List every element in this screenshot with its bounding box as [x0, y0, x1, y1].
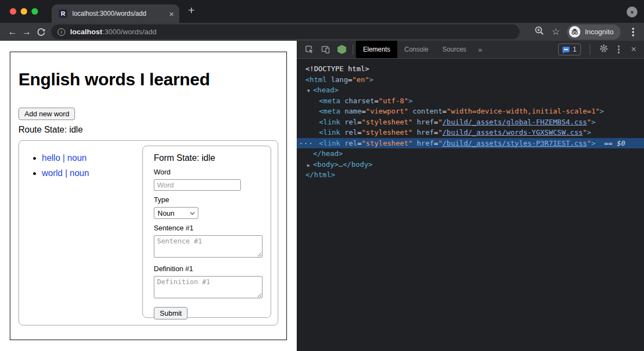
word-list: hello | noun world | noun — [19, 153, 89, 325]
type-label: Type — [154, 196, 263, 204]
submit-button[interactable]: Submit — [154, 307, 187, 319]
remix-favicon-icon: R — [59, 9, 67, 18]
devtools-right-controls: 1 × — [558, 43, 644, 55]
devtools-dom-node[interactable]: </head> — [297, 148, 644, 159]
site-info-icon[interactable]: i — [58, 28, 65, 36]
web-page: English words I learned Add new word Rou… — [0, 41, 297, 351]
sentence-textarea[interactable] — [154, 235, 262, 258]
devtools-dom-node[interactable]: <!DOCTYPE html> — [297, 64, 644, 74]
node-more-actions-icon[interactable]: ··· — [299, 138, 313, 149]
browser-menu-icon[interactable] — [632, 31, 634, 33]
list-item: hello | noun — [42, 153, 89, 163]
new-tab-button[interactable]: + — [188, 4, 195, 17]
tab-search-button[interactable]: ▾ — [627, 7, 637, 17]
sentence-label: Sentence #1 — [154, 224, 263, 232]
issues-bubble-icon — [562, 47, 570, 52]
app-container: English words I learned Add new word Rou… — [10, 52, 287, 340]
devtools-extension-hexagon-icon[interactable] — [334, 45, 350, 54]
incognito-label: Incognito — [585, 28, 614, 36]
devtools-dom-node[interactable]: </html> — [297, 170, 644, 180]
words-panel: hello | noun world | noun Form State: id… — [18, 140, 278, 325]
settings-gear-icon[interactable] — [599, 43, 609, 55]
minimize-window-button[interactable] — [21, 8, 27, 15]
divider — [590, 44, 590, 55]
devtools-menu-icon[interactable] — [618, 48, 620, 51]
reload-icon[interactable] — [34, 27, 48, 37]
type-select[interactable]: Noun — [154, 207, 198, 219]
list-item: world | noun — [42, 168, 89, 178]
zoom-icon[interactable] — [534, 26, 545, 38]
fullscreen-window-button[interactable] — [32, 8, 38, 15]
window-controls — [10, 8, 38, 15]
devtools-dom-node[interactable]: ▼<head> — [297, 85, 644, 96]
devtools-close-icon[interactable]: × — [629, 44, 639, 55]
devtools-dom-node[interactable]: ···<link rel="stylesheet" href="/build/_… — [297, 138, 644, 149]
inspect-element-icon[interactable] — [301, 45, 317, 54]
route-state-text: Route State: idle — [18, 125, 278, 135]
incognito-icon — [569, 26, 580, 37]
word-input[interactable] — [154, 179, 241, 191]
url-text: localhost:3000/words/add — [70, 28, 157, 36]
devtools-dom-tree: <!DOCTYPE html><html lang="en">▼<head><m… — [297, 59, 644, 180]
devtools-toolbar: Elements Console Sources » 1 × — [297, 41, 644, 59]
word-link-world[interactable]: world | noun — [42, 168, 89, 178]
tab-title: localhost:3000/words/add — [72, 10, 169, 17]
devtools-dom-node[interactable]: ▶<body>…</body> — [297, 159, 644, 170]
tab-strip: R localhost:3000/words/add × + ▾ — [0, 0, 644, 23]
incognito-badge: Incognito — [567, 24, 621, 40]
browser-chrome: R localhost:3000/words/add × + ▾ ← → i l… — [0, 0, 644, 41]
url-host: localhost — [70, 28, 102, 36]
devtools-dom-node[interactable]: <link rel="stylesheet" href="/build/_ass… — [297, 117, 644, 128]
tab-elements[interactable]: Elements — [356, 41, 397, 58]
devtools-dom-node[interactable]: <html lang="en"> — [297, 74, 644, 85]
page-title: English words I learned — [18, 70, 278, 90]
bookmark-star-icon[interactable]: ☆ — [552, 26, 560, 37]
devtools-dom-node[interactable]: <meta charset="utf-8"> — [297, 96, 644, 106]
address-bar[interactable]: i localhost:3000/words/add — [51, 24, 520, 39]
issues-badge[interactable]: 1 — [558, 43, 581, 55]
devtools-panel: Elements Console Sources » 1 × <!DOCTYPE… — [297, 41, 644, 351]
browser-tab[interactable]: R localhost:3000/words/add × — [52, 4, 179, 23]
url-path: :3000/words/add — [102, 28, 157, 36]
add-new-word-button[interactable]: Add new word — [18, 108, 75, 120]
forward-icon[interactable]: → — [20, 27, 34, 37]
toolbar-right-controls: ☆ Incognito — [534, 24, 639, 40]
divider — [353, 44, 353, 55]
devtools-dom-node[interactable]: <meta name="viewport" content="width=dev… — [297, 106, 644, 117]
back-icon[interactable]: ← — [5, 27, 20, 37]
type-select-wrap: Noun — [154, 207, 198, 219]
word-link-hello[interactable]: hello | noun — [42, 153, 86, 162]
form-state-text: Form State: idle — [154, 153, 263, 163]
definition-textarea[interactable] — [154, 276, 262, 298]
tab-console[interactable]: Console — [397, 41, 435, 58]
definition-label: Definition #1 — [154, 265, 263, 273]
close-window-button[interactable] — [10, 8, 16, 15]
word-label: Word — [154, 168, 263, 176]
browser-toolbar: ← → i localhost:3000/words/add ☆ Incogni… — [0, 23, 644, 41]
tab-sources[interactable]: Sources — [435, 41, 473, 58]
add-word-form: Form State: idle Word Type Noun Sentence… — [142, 146, 271, 318]
tab-close-icon[interactable]: × — [169, 10, 174, 18]
device-toolbar-icon[interactable] — [317, 45, 334, 54]
more-tabs-icon[interactable]: » — [473, 46, 487, 54]
issues-count: 1 — [573, 46, 577, 53]
devtools-dom-node[interactable]: <link rel="stylesheet" href="/build/_ass… — [297, 127, 644, 138]
